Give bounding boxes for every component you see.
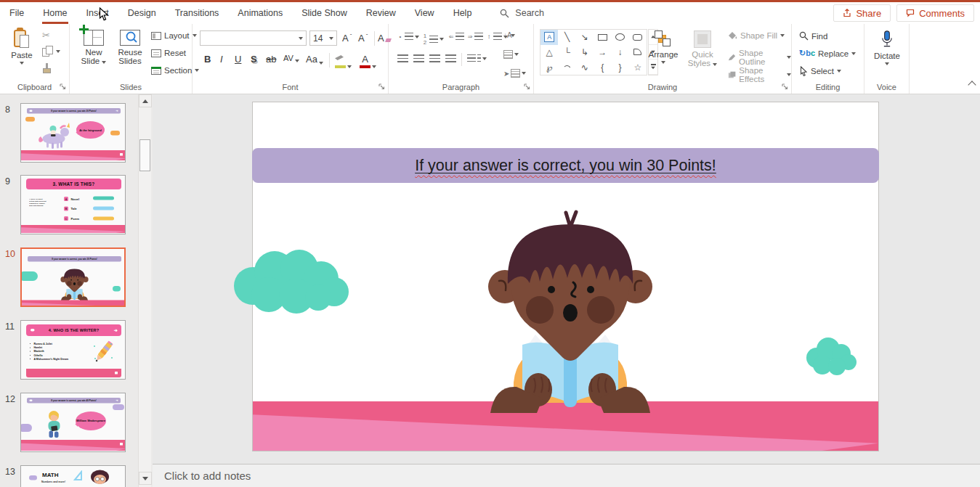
convert-smartart-button[interactable]: ➤ [503, 69, 526, 78]
slide-number-11: 11 [5, 322, 20, 332]
change-case-button[interactable]: Aa [306, 54, 323, 65]
justify-button[interactable] [445, 54, 456, 62]
slide-thumbnail-10-selected[interactable]: If your answer is correct, you win 30 Po… [20, 247, 126, 307]
align-text-button[interactable] [503, 50, 519, 59]
shape-cell-left-brace[interactable]: { [594, 60, 611, 75]
clipboard-dialog-launcher-icon[interactable] [60, 83, 66, 90]
menu-help[interactable]: Help [444, 2, 482, 24]
slide-title-banner[interactable]: If your answer is correct, you win 30 Po… [252, 148, 879, 183]
format-painter-button[interactable] [42, 63, 52, 74]
shape-cell-triangle[interactable]: △ [540, 45, 558, 60]
scroll-up-button[interactable] [139, 94, 152, 107]
shape-cell-right-brace[interactable]: } [611, 60, 628, 75]
decrease-indent-button[interactable]: ⇐ [448, 33, 464, 41]
text-direction-button[interactable]: ↓A [503, 31, 515, 39]
bold-button[interactable]: B [204, 54, 211, 65]
scrollbar-thumb[interactable] [139, 139, 150, 171]
font-name-combobox[interactable] [200, 30, 307, 46]
shape-effects-button[interactable]: Shape Effects [728, 66, 791, 83]
highlight-color-button[interactable] [335, 54, 352, 68]
layout-button[interactable]: Layout [151, 31, 197, 40]
menu-file[interactable]: File [0, 2, 33, 24]
menu-review[interactable]: Review [357, 2, 405, 24]
slide-thumbnail-11[interactable]: 4. WHO IS THE WRITER?➔ Romeo & Juliet Ha… [20, 320, 126, 380]
teal-cloud-right[interactable] [801, 330, 859, 376]
shape-cell-line[interactable]: ╲ [558, 30, 575, 45]
font-color-button[interactable]: A [360, 54, 376, 68]
scroll-down-button[interactable] [139, 472, 152, 485]
shape-cell-arc[interactable] [558, 60, 575, 75]
select-button[interactable]: Select [799, 66, 841, 76]
ribbon-group-clipboard: Paste ✂ Clipboard [0, 24, 70, 94]
columns-button[interactable] [467, 54, 487, 62]
cut-button[interactable]: ✂ [42, 30, 50, 41]
comments-button[interactable]: Comments [896, 4, 974, 22]
slide-title-text[interactable]: If your answer is correct, you win 30 Po… [415, 157, 716, 175]
replace-button[interactable]: ↻bc Replace [799, 49, 856, 58]
notes-panel[interactable]: Click to add notes [153, 464, 980, 487]
character-spacing-button[interactable]: AV [283, 54, 299, 62]
menu-slideshow[interactable]: Slide Show [292, 2, 357, 24]
shape-cell-curve[interactable]: ∿ [576, 60, 594, 75]
decrease-font-size-button[interactable]: Aˇ [358, 33, 368, 44]
font-dialog-launcher-icon[interactable] [378, 83, 385, 90]
quick-styles-button[interactable]: QuickStyles [683, 30, 722, 67]
menu-design[interactable]: Design [118, 2, 166, 24]
slide-thumbnail-8[interactable]: If your answer is correct, you win 30 Po… [20, 103, 126, 163]
search-box[interactable]: Search [500, 8, 544, 18]
dictate-button[interactable]: Dictate [870, 30, 904, 65]
align-center-button[interactable] [413, 54, 424, 62]
strikethrough-button[interactable]: ab [266, 54, 276, 65]
copy-button[interactable] [42, 46, 60, 57]
slide-12-preview: If your answer is correct, you win 40 Po… [21, 393, 126, 452]
paste-button[interactable]: Paste [6, 29, 38, 65]
shape-cell-oval[interactable] [611, 30, 628, 45]
shape-outline-button[interactable]: Shape Outline [728, 49, 791, 66]
menu-home[interactable]: Home [33, 2, 76, 24]
underline-button[interactable]: U [235, 54, 241, 65]
arrange-button[interactable]: Arrange [644, 30, 683, 64]
shape-cell-line-arrow[interactable]: ↘ [576, 30, 594, 45]
shape-cell-scribble[interactable]: ℘ [540, 60, 558, 75]
thumbnail-scrollbar[interactable] [138, 94, 151, 487]
font-size-combobox[interactable]: 14 [309, 30, 337, 46]
paragraph-dialog-launcher-icon[interactable] [524, 83, 530, 90]
align-right-button[interactable] [429, 54, 440, 62]
reuse-slides-button[interactable]: ReuseSlides [113, 30, 147, 65]
numbering-button[interactable]: 12 [422, 33, 444, 46]
menu-animations[interactable]: Animations [228, 2, 292, 24]
shape-cell-textbox[interactable]: A [540, 30, 558, 45]
new-slide-button[interactable]: NewSlide [77, 30, 110, 65]
slide-thumbnail-12[interactable]: If your answer is correct, you win 40 Po… [20, 393, 126, 452]
menu-insert[interactable]: Insert [77, 2, 118, 24]
shape-cell-right-arrow[interactable]: → [594, 45, 611, 60]
teal-cloud-left[interactable] [227, 244, 352, 314]
menu-view[interactable]: View [405, 2, 444, 24]
slide-9-title-banner: 3. WHAT IS THIS? [26, 179, 121, 189]
text-shadow-button[interactable]: S [251, 54, 257, 65]
share-button[interactable]: Share [833, 4, 891, 22]
share-label: Share [856, 8, 881, 19]
columns-icon [477, 54, 481, 62]
shape-fill-button[interactable]: Shape Fill [728, 31, 785, 40]
increase-indent-button[interactable]: ⇒ [467, 33, 483, 41]
new-slide-label: NewSlide [81, 48, 107, 65]
shape-cell-elbow-arrow[interactable]: ↳ [576, 45, 594, 60]
italic-button[interactable]: I [220, 54, 223, 65]
shape-cell-rectangle[interactable] [594, 30, 611, 45]
find-button[interactable]: Find [799, 31, 827, 41]
decrease-caret-icon: ˇ [366, 33, 368, 39]
numbering-caret-icon [440, 38, 444, 41]
align-left-button[interactable] [397, 54, 408, 62]
boy-reading-illustration[interactable] [476, 210, 665, 413]
drawing-dialog-launcher-icon[interactable] [782, 83, 788, 90]
slide-thumbnail-9[interactable]: 3. WHAT IS THIS? A piece of short fictio… [20, 175, 126, 234]
collapse-ribbon-icon[interactable] [968, 81, 976, 89]
bullets-button[interactable]: • [397, 33, 419, 41]
increase-font-size-button[interactable]: Aˆ [342, 33, 352, 44]
reset-button[interactable]: Reset [151, 49, 186, 57]
menu-transitions[interactable]: Transitions [166, 2, 229, 24]
slide-thumbnail-13[interactable]: MATH Numbers and more! [20, 465, 126, 487]
shape-cell-elbow-connector[interactable]: └ [558, 45, 575, 60]
shape-cell-down-arrow[interactable]: ↓ [611, 45, 628, 60]
